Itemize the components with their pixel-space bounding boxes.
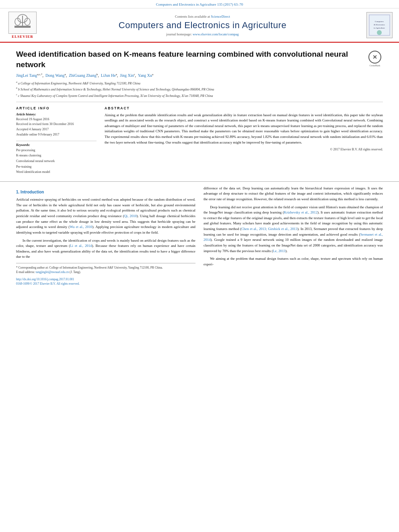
keywords-label: Keywords: [16,143,97,147]
journal-title: Computers and Electronics in Agriculture [43,20,362,31]
author-dong: Dong Wang [45,74,65,78]
doi-links: http://dx.doi.org/10.1016/j.compag.2017.… [16,277,195,286]
affiliations: a a College of Information Engineering, … [16,80,383,99]
info-divider [16,141,97,141]
sciencedirect-link[interactable]: ScienceDirect [211,14,230,18]
journal-center: Contents lists available at ScienceDirec… [43,14,362,36]
divider [16,102,383,102]
article-history-label: Article history: [16,113,97,116]
contents-line: Contents lists available at ScienceDirec… [43,14,362,18]
journal-thumbnail: Computers & Electronics in Agriculture [366,12,393,38]
abstract-text: Aiming at the problem that unstable iden… [105,113,383,146]
author-jingliei: JingLei Tang [16,74,37,78]
intro-para-1: Artificial extensive spraying of herbici… [16,197,195,235]
elsevier-logo: ELSEVIER [6,12,39,39]
author-lijun: LiJun He [101,74,116,78]
author-yang: Yang Xu [138,74,152,78]
keywords-list: Pre-processing K-means clustering Convol… [16,148,97,175]
introduction-heading: 1. Introduction [16,189,195,195]
svg-text:& Electronics: & Electronics [374,24,385,26]
affil-1: a a College of Information Engineering, … [16,80,383,86]
ref-krizhevsky[interactable]: Krizhevsky et al., 2012 [284,210,317,214]
top-bar: Computers and Electronics in Agriculture… [0,0,399,8]
ref-qi2010[interactable]: Qi, 2010 [124,214,136,218]
right-para-2: Deep learning did not receive great atte… [204,205,383,254]
paper-title: Weed identification based on K-means fea… [16,49,363,70]
crossmark-badge: ✕ CrossMark [367,51,383,67]
paper-title-row: Weed identification based on K-means fea… [16,49,383,70]
svg-point-10 [377,30,382,35]
received-date: Received 19 August 2016 [16,117,97,122]
body-two-col: 1. Introduction Artificial extensive spr… [16,186,383,286]
crossmark-label: CrossMark [370,64,380,67]
accepted-date: Accepted 4 January 2017 [16,127,97,132]
author-jing: Jing Xin [120,74,134,78]
ref-li2014[interactable]: Li et al., 2014 [70,244,92,248]
authors-line: JingLei Tanga,c,*, Dong Wanga, ZhiGuang … [16,73,383,78]
keyword-4: Weed identification model [16,169,97,175]
abstract-heading: ABSTRACT [105,106,383,110]
body-left-col: 1. Introduction Artificial extensive spr… [16,186,195,286]
paper-section: Weed identification based on K-means fea… [0,43,399,179]
elsevier-brand: ELSEVIER [12,35,33,39]
author-zhiguang: ZhiGuang Zhang [69,74,97,78]
footnote-email: E-mail address: tangjinglei@nwsuaf.edu.c… [16,270,195,274]
affil-2: b b School of Mathematics and Informatio… [16,86,383,92]
ref-chen2013[interactable]: Chen et al., 2013; Girshick et al., 2013 [241,227,297,231]
info-abstract-row: ARTICLE INFO Article history: Received 1… [16,106,383,175]
available-date: Available online 9 February 2017 [16,132,97,138]
keyword-1: K-means clustering [16,153,97,158]
keyword-3: Pre-training [16,164,97,170]
ref-sermanet[interactable]: Sermanet et al., 2014 [204,232,383,242]
body-section: 1. Introduction Artificial extensive spr… [0,181,399,290]
crossmark-icon: ✕ [368,51,381,64]
article-info-heading: ARTICLE INFO [16,106,97,110]
keyword-2: Convolutional neural network [16,158,97,164]
intro-para-2: In the current investigation, the identi… [16,238,195,260]
affil-3: c c Shaanxi Key Laboratory of Complex Sy… [16,93,383,99]
homepage-url[interactable]: www.elsevier.com/locate/compag [193,32,239,36]
keyword-0: Pre-processing [16,148,97,153]
issn-line: 0168-1699/© 2017 Elsevier B.V. All right… [16,281,195,286]
ref-wu2010[interactable]: Wu et al., 2010 [70,225,92,229]
elsevier-logo-image [8,12,37,34]
body-right-col: difference of the data set. Deep learnin… [204,186,383,286]
journal-citation: Computers and Electronics in Agriculture… [156,2,243,6]
right-para-1: difference of the data set. Deep learnin… [204,186,383,202]
footnote-section: * Corresponding author at: College of In… [16,263,195,286]
footnote-corresponding: * Corresponding author at: College of In… [16,265,195,270]
doi-url[interactable]: http://dx.doi.org/10.1016/j.compag.2017.… [16,277,195,281]
svg-text:Computers: Computers [375,21,384,23]
journal-homepage: journal homepage: www.elsevier.com/locat… [43,32,362,36]
email-link[interactable]: tangjinglei@nwsuaf.edu.cn [36,270,69,274]
svg-rect-0 [14,26,31,28]
right-para-3: We aiming at the problem that manual des… [204,256,383,267]
copyright: © 2017 Elsevier B.V. All rights reserved… [105,148,383,151]
revised-date: Received in revised form 30 December 201… [16,122,97,127]
ref-le2013[interactable]: Le, 2013 [273,249,285,253]
svg-text:in Agriculture: in Agriculture [374,27,385,29]
abstract-col: ABSTRACT Aiming at the problem that unst… [105,106,383,175]
article-dates: Received 19 August 2016 Received in revi… [16,117,97,138]
article-info-col: ARTICLE INFO Article history: Received 1… [16,106,97,175]
journal-header: ELSEVIER Contents lists available at Sci… [0,8,399,43]
